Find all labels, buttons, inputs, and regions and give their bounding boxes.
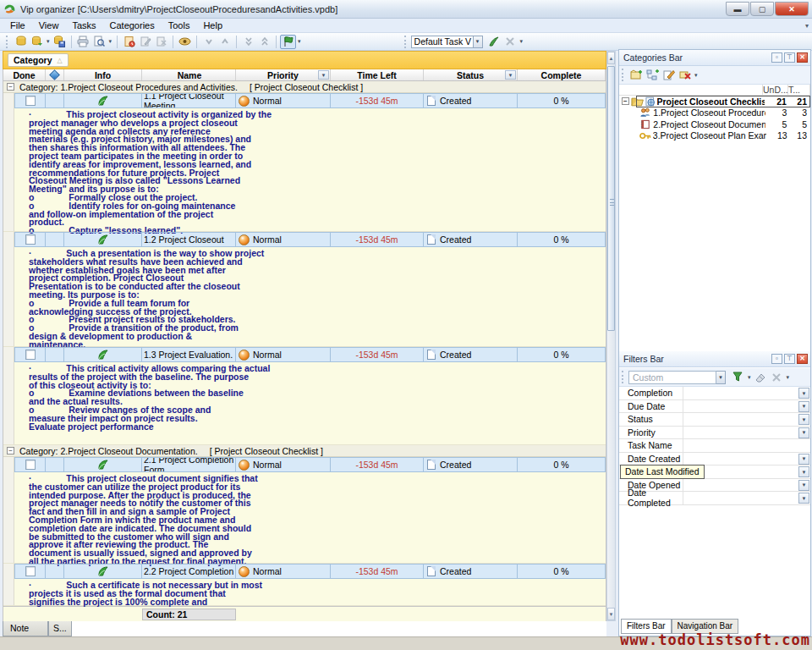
filter-dropdown-icon[interactable]: ▼ (798, 401, 809, 412)
status-filter-button[interactable]: ▼ (505, 70, 516, 80)
info-cell[interactable] (64, 232, 142, 247)
task-name-cell[interactable]: 2.1 Project Completion Form. (142, 457, 236, 472)
column-header-undone[interactable]: UnD... (763, 85, 788, 95)
scroll-up-button[interactable]: ▲ (607, 52, 615, 64)
info-cell[interactable] (64, 93, 142, 108)
note-row-1-1[interactable]: · This project closeout activity is orga… (3, 108, 606, 232)
group-by-category-chip[interactable]: Category △ (8, 53, 69, 67)
view-toolbar-grip[interactable] (404, 36, 408, 48)
task-view-dropdown-icon[interactable]: ▾ (296, 38, 303, 45)
filter-row-date-completed[interactable]: Date Completed ▼ (619, 492, 810, 505)
filter-dropdown-icon[interactable]: ▼ (798, 427, 809, 438)
filter-row-date-last-modified[interactable]: Date Last Modified ▼ (619, 465, 810, 479)
tree-item-procedures[interactable]: 1.Project Closeout Procedures 3 3 (619, 107, 810, 119)
column-header-done[interactable]: Done (3, 69, 46, 80)
new-task-button[interactable] (121, 35, 137, 49)
filter-row-task-name[interactable]: Task Name (619, 439, 810, 453)
panel-pin-icon[interactable]: ⊤ (784, 52, 795, 63)
time-left-cell[interactable]: -153d 45m (331, 93, 424, 108)
task-view-combo-dropdown-icon[interactable]: ▼ (474, 36, 483, 48)
filter-row-date-created[interactable]: Date Created ▼ (619, 453, 810, 466)
add-subcategory-button[interactable] (645, 68, 661, 82)
priority-cell[interactable]: Normal (236, 232, 331, 247)
column-header-priority-icon[interactable] (46, 69, 64, 80)
group-row-2[interactable]: − Category: 2.Project Closeout Documenta… (3, 445, 606, 457)
status-cell[interactable]: Created (424, 232, 518, 247)
status-cell[interactable]: Created (424, 93, 518, 108)
maximize-button[interactable]: ▢ (750, 2, 774, 16)
apply-filter-button[interactable] (730, 370, 746, 384)
info-cell[interactable] (64, 564, 142, 579)
apply-view-button[interactable] (486, 35, 502, 49)
scroll-down-button[interactable]: ▼ (607, 608, 615, 620)
new-database-button[interactable] (13, 35, 29, 49)
status-cell[interactable]: Created (424, 347, 518, 362)
filter-dropdown-icon[interactable]: ▼ (798, 493, 809, 504)
subtasks-tab[interactable]: S... (48, 621, 72, 636)
done-cell[interactable] (14, 232, 46, 247)
time-left-cell[interactable]: -153d 45m (331, 564, 424, 579)
filter-preset-combo[interactable]: Custom (628, 371, 716, 384)
menu-overflow-icon[interactable]: ▾ (805, 22, 809, 30)
complete-cell[interactable]: 0 % (518, 93, 606, 108)
complete-cell[interactable]: 0 % (518, 232, 606, 247)
note-tab[interactable]: Note (3, 621, 48, 636)
print-preview-dropdown-icon[interactable]: ▾ (107, 38, 114, 45)
priority-filter-button[interactable]: ▼ (318, 70, 329, 80)
panel-close-icon[interactable]: ✕ (797, 354, 808, 364)
column-header-status[interactable]: Status▼ (424, 69, 518, 80)
open-database-button[interactable] (29, 35, 45, 49)
filters-toolbar-grip[interactable] (622, 371, 625, 383)
task-row-1-1[interactable]: 1.1 Project Closeout Meeting. Normal -15… (3, 93, 606, 108)
task-row-2-1[interactable]: 2.1 Project Completion Form. Normal -153… (3, 457, 606, 472)
vertical-scrollbar[interactable]: ▲ ▼ (606, 51, 616, 621)
collapse-group-icon[interactable]: − (7, 447, 14, 454)
column-header-info[interactable]: Info (64, 69, 142, 80)
clear-filter-button[interactable] (753, 370, 769, 384)
print-button[interactable] (75, 35, 91, 49)
done-checkbox[interactable] (25, 566, 36, 576)
tree-item-checklist[interactable]: − Project Closeout Checklist 21 21 (619, 96, 810, 107)
done-checkbox[interactable] (25, 350, 36, 360)
complete-cell[interactable]: 0 % (518, 457, 606, 472)
categories-toolbar-overflow-icon[interactable]: ▾ (693, 72, 700, 79)
filter-dropdown-icon[interactable]: ▼ (798, 414, 809, 425)
priority-cell[interactable]: Normal (236, 564, 331, 579)
add-category-button[interactable] (628, 68, 645, 82)
panel-pin-icon[interactable]: ⊤ (784, 354, 795, 364)
minimize-button[interactable]: ▬ (726, 2, 749, 16)
task-name-cell[interactable]: 1.1 Project Closeout Meeting. (142, 93, 236, 108)
tree-item-plan-examples[interactable]: 3.Project Closeout Plan Examp 13 13 (619, 130, 810, 142)
menu-item-tasks[interactable]: Tasks (65, 19, 102, 32)
print-preview-button[interactable] (91, 35, 107, 49)
categories-toolbar-grip[interactable] (622, 69, 625, 81)
done-cell[interactable] (14, 93, 46, 108)
task-name-cell[interactable]: 1.2 Project Closeout (142, 232, 236, 247)
filter-row-due-date[interactable]: Due Date ▼ (619, 400, 810, 414)
filter-dropdown-icon[interactable]: ▼ (798, 480, 809, 491)
filter-row-priority[interactable]: Priority ▼ (619, 427, 810, 440)
priority-cell[interactable]: Normal (236, 457, 331, 472)
menu-item-file[interactable]: File (3, 19, 32, 32)
done-checkbox[interactable] (25, 234, 36, 245)
menu-item-view[interactable]: View (32, 19, 66, 32)
delete-category-button[interactable] (677, 68, 693, 82)
status-cell[interactable]: Created (424, 457, 518, 472)
time-left-cell[interactable]: -153d 45m (331, 457, 424, 472)
done-cell[interactable] (14, 457, 46, 472)
info-cell[interactable] (64, 347, 142, 362)
group-row-1[interactable]: − Category: 1.Project Closeout Procedure… (3, 81, 606, 93)
complete-cell[interactable]: 0 % (518, 347, 606, 362)
done-checkbox[interactable] (25, 460, 36, 470)
task-row-2-2[interactable]: 2.2 Project Completion Normal -153d 45m … (3, 564, 606, 579)
filter-row-completion[interactable]: Completion ▼ (619, 387, 810, 400)
save-database-button[interactable] (52, 35, 68, 49)
tree-item-documentation[interactable]: 2.Project Closeout Documenta 5 5 (619, 118, 810, 130)
done-cell[interactable] (14, 564, 46, 579)
edit-category-button[interactable] (661, 68, 677, 82)
status-cell[interactable]: Created (424, 564, 518, 579)
info-cell[interactable] (64, 457, 142, 472)
toolbar-grip[interactable] (6, 36, 9, 48)
menu-item-tools[interactable]: Tools (162, 19, 197, 32)
collapse-group-icon[interactable]: − (7, 83, 14, 91)
